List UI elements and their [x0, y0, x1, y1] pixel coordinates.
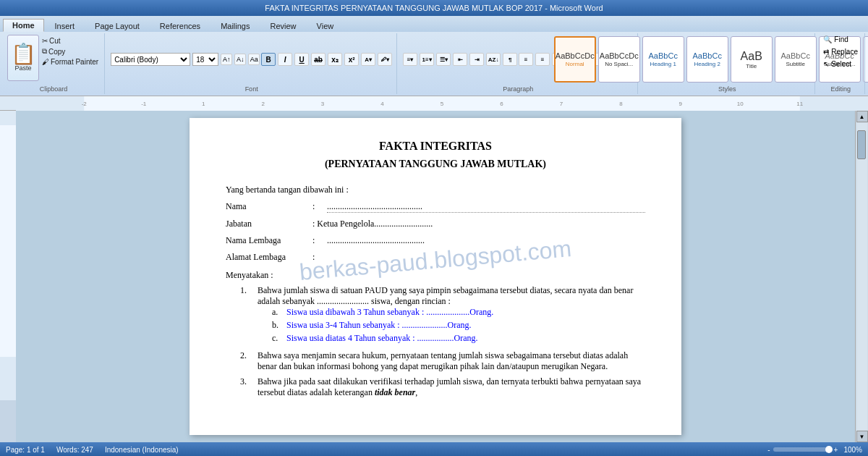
font-color-button[interactable]: A▾	[361, 53, 375, 66]
find-label: Find	[834, 35, 848, 43]
select-button[interactable]: ↖ Select	[821, 59, 860, 69]
tab-insert[interactable]: Insert	[46, 20, 85, 32]
field-nama-lembaga-value: ........................................…	[327, 235, 645, 246]
sublabel-1a: a.	[272, 307, 286, 318]
decrease-indent-button[interactable]: ⇤	[453, 53, 467, 66]
cut-button[interactable]: ✂ Cut	[41, 36, 100, 46]
svg-text:2: 2	[261, 101, 265, 107]
svg-text:6: 6	[500, 101, 503, 107]
styles-group: AaBbCcDc Normal AaBbCcDc No Spaci... AaB…	[639, 33, 815, 94]
superscript-button[interactable]: x²	[344, 53, 359, 66]
scroll-down-button[interactable]: ▼	[856, 431, 868, 442]
style-normal-button[interactable]: AaBbCcDc Normal	[554, 36, 596, 83]
style-no-spacing-button[interactable]: AaBbCcDc No Spaci...	[598, 36, 640, 83]
field-nama-colon: :	[312, 201, 327, 213]
find-button[interactable]: 🔍 Find	[821, 35, 860, 44]
align-left-button[interactable]: ≡	[519, 53, 533, 66]
zoom-in-icon[interactable]: +	[834, 446, 838, 454]
clear-formatting[interactable]: Aa	[248, 54, 260, 65]
scroll-up-button[interactable]: ▲	[856, 111, 868, 122]
style-heading1-button[interactable]: AaBbCc Heading 1	[642, 36, 684, 83]
ribbon-content: 📋 Paste ✂ Cut ⧉ Copy 🖌 Format Painter	[0, 32, 868, 96]
field-nama-lembaga-label: Nama Lembaga	[226, 235, 312, 246]
document-area[interactable]: berkas-paud.blogspot.com FAKTA INTEGRITA…	[16, 111, 855, 442]
page-info: Page: 1 of 1	[6, 446, 45, 454]
font-group: Calibri (Body) 18 A↑ A↓ Aa B I U ab x₂ x…	[106, 33, 397, 94]
tab-home[interactable]: Home	[3, 19, 44, 32]
field-jabatan-value: : Ketua Pengelola.......................…	[312, 219, 645, 229]
zoom-bar: - +	[767, 446, 838, 454]
subtext-1b: Siswa usia 3-4 Tahun sebanyak : ........…	[286, 320, 472, 331]
field-nama: Nama : .................................…	[226, 201, 645, 213]
list-item-1: 1. Bahwa jumlah siswa di satuan PAUD yan…	[240, 285, 645, 346]
align-center-button[interactable]: ≡	[535, 53, 550, 66]
style-heading2-label: Heading 2	[694, 61, 720, 67]
tab-references[interactable]: References	[150, 20, 210, 32]
svg-text:-1: -1	[141, 101, 147, 107]
svg-text:11: 11	[796, 101, 803, 107]
style-subtitle-button[interactable]: AaBbCc Subtitle	[775, 36, 817, 83]
svg-text:7: 7	[560, 101, 563, 107]
replace-button[interactable]: ⇄ Replace	[821, 47, 860, 56]
zoom-thumb[interactable]	[825, 446, 833, 453]
editing-buttons: 🔍 Find ⇄ Replace ↖ Select	[821, 35, 860, 84]
format-painter-button[interactable]: 🖌 Format Painter	[41, 57, 100, 67]
font-size-select[interactable]: 18	[192, 53, 218, 66]
paste-button[interactable]: 📋 Paste	[7, 35, 39, 81]
zoom-level: 100%	[843, 446, 862, 454]
numbered-list-button[interactable]: 1≡▾	[420, 53, 434, 66]
font-name-row: Calibri (Body) 18 A↑ A↓ Aa	[111, 53, 260, 66]
multilevel-list-button[interactable]: ☰▾	[436, 53, 451, 66]
paste-label: Paste	[14, 64, 31, 72]
tab-mailings[interactable]: Mailings	[211, 20, 259, 32]
style-subtitle-label: Subtitle	[786, 61, 805, 67]
select-label: Select	[831, 60, 851, 68]
increase-indent-button[interactable]: ⇥	[469, 53, 484, 66]
subitem-1b: b. Siswa usia 3-4 Tahun sebanyak : .....…	[272, 320, 645, 331]
svg-text:-2: -2	[82, 101, 88, 107]
font-name-select[interactable]: Calibri (Body)	[111, 53, 190, 66]
copy-button[interactable]: ⧉ Copy	[41, 46, 100, 56]
zoom-track[interactable]	[773, 447, 831, 452]
document-page[interactable]: berkas-paud.blogspot.com FAKTA INTEGRITA…	[190, 118, 681, 435]
language: Indonesian (Indonesia)	[105, 446, 179, 454]
sort-button[interactable]: AZ↓	[486, 53, 501, 66]
svg-text:9: 9	[679, 101, 683, 107]
tab-view[interactable]: View	[307, 20, 344, 32]
tab-review[interactable]: Review	[260, 20, 305, 32]
highlight-button[interactable]: 🖊▾	[378, 53, 392, 66]
word-count: Words: 247	[56, 446, 93, 454]
show-marks-button[interactable]: ¶	[503, 53, 517, 66]
replace-label: Replace	[831, 48, 858, 56]
menyatakan-label: Menyatakan :	[226, 270, 645, 281]
field-jabatan: Jabatan : Ketua Pengelola...............…	[226, 219, 645, 229]
bold-button[interactable]: B	[261, 53, 276, 66]
list-content-3: Bahwa jika pada saat dilakukan verifikas…	[258, 376, 645, 398]
field-alamat-value	[327, 252, 645, 263]
list-text-2: Bahwa saya menjamin secara hukum, pernya…	[258, 350, 628, 371]
intro-label: Yang bertanda tangan dibawah ini :	[226, 185, 349, 195]
ribbon-tab-bar: Home Insert Page Layout References Maili…	[0, 16, 868, 32]
scroll-track[interactable]	[857, 123, 867, 430]
list-text-3: Bahwa jika pada saat dilakukan verifikas…	[258, 376, 641, 397]
subitem-1c: c. Siswa usia diatas 4 Tahun sebanyak : …	[272, 333, 645, 344]
scroll-thumb[interactable]	[857, 130, 866, 159]
style-title-button[interactable]: AaB Title	[731, 36, 773, 83]
bullet-list-button[interactable]: ≡▾	[403, 53, 417, 66]
list-num-3: 3.	[240, 376, 258, 398]
font-size-increase[interactable]: A↑	[221, 54, 232, 65]
style-heading2-button[interactable]: AaBbCc Heading 2	[686, 36, 728, 83]
styles-label: Styles	[718, 84, 736, 93]
font-size-decrease[interactable]: A↓	[234, 54, 246, 65]
strikethrough-button[interactable]: ab	[311, 53, 326, 66]
field-nama-value: ........................................…	[327, 201, 645, 213]
subtext-1a: Siswa usia dibawah 3 Tahun sebanyak : ..…	[286, 307, 493, 318]
zoom-out-icon[interactable]: -	[767, 446, 770, 454]
field-nama-lembaga-colon: :	[312, 235, 327, 246]
subscript-button[interactable]: x₂	[328, 53, 342, 66]
tab-page-layout[interactable]: Page Layout	[85, 20, 149, 32]
field-alamat-colon: :	[312, 252, 327, 263]
select-icon: ↖	[823, 60, 829, 68]
italic-button[interactable]: I	[278, 53, 292, 66]
underline-button[interactable]: U	[294, 53, 309, 66]
